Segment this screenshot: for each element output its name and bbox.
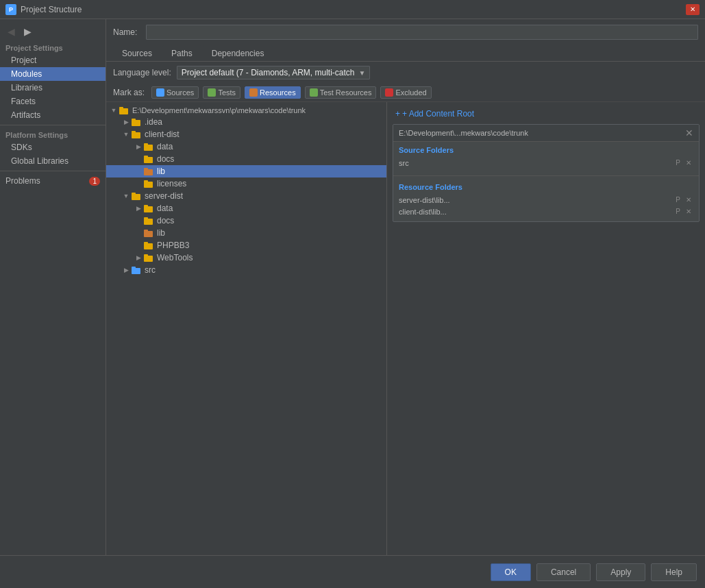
tabs-row: Sources Paths Dependencies — [106, 45, 705, 62]
dropdown-arrow-icon: ▼ — [359, 69, 366, 77]
sidebar-item-libraries[interactable]: Libraries — [0, 81, 106, 95]
svg-rect-17 — [144, 205, 148, 207]
mark-test-resources-button[interactable]: Test Resources — [305, 86, 377, 99]
source-entry-remove-button[interactable]: ✕ — [684, 158, 693, 167]
content-root-title-row: E:\Development\...mekwars\code\trunk ✕ — [393, 125, 699, 142]
source-entry-src-path: src — [399, 159, 409, 167]
mark-test-resources-label: Test Resources — [320, 88, 372, 97]
server-dist-arrow-icon: ▼ — [121, 193, 131, 199]
name-label: Name: — [113, 27, 140, 37]
svg-rect-25 — [144, 254, 148, 256]
mark-resources-button[interactable]: Resources — [245, 86, 301, 99]
tree-item-docs2[interactable]: docs — [106, 215, 386, 227]
file-tree: ▼ E:\Development\mekwarssvn\p\mekwars\co… — [106, 102, 387, 555]
lib1-folder-icon — [143, 167, 154, 175]
ok-button[interactable]: OK — [491, 563, 531, 581]
sidebar-item-global-libraries[interactable]: Global Libraries — [0, 154, 106, 168]
close-content-root-icon[interactable]: ✕ — [685, 127, 693, 138]
sidebar-item-modules[interactable]: Modules — [0, 67, 106, 81]
cancel-button[interactable]: Cancel — [536, 563, 591, 581]
content-root-header: + + Add Content Root — [393, 108, 700, 120]
test-resources-icon — [310, 88, 318, 97]
mark-tests-label: Tests — [218, 88, 236, 97]
tree-item-webtools[interactable]: ▶ WebTools — [106, 252, 386, 264]
language-level-select[interactable]: Project default (7 - Diamonds, ARM, mult… — [177, 66, 371, 79]
svg-rect-15 — [132, 193, 136, 195]
sidebar-toolbar: ◀ ▶ — [0, 22, 106, 41]
webtools-folder-icon — [143, 254, 154, 262]
right-panel: + + Add Content Root E:\Development\...m… — [387, 102, 705, 555]
apply-button[interactable]: Apply — [596, 563, 645, 581]
source-entry-src: src P ✕ — [399, 157, 693, 169]
svg-rect-19 — [144, 217, 148, 219]
sidebar-item-artifacts[interactable]: Artifacts — [0, 108, 106, 122]
idea-arrow-icon: ▶ — [121, 119, 131, 125]
root-folder-icon — [119, 106, 129, 114]
svg-rect-0 — [119, 108, 128, 114]
tree-item-lib2[interactable]: lib — [106, 227, 386, 239]
sidebar-item-problems[interactable]: Problems 1 — [0, 174, 106, 188]
tree-item-docs1[interactable]: docs — [106, 153, 386, 165]
sources-icon — [156, 88, 164, 97]
tree-item-src-label: src — [145, 265, 156, 275]
svg-rect-26 — [132, 268, 140, 274]
svg-rect-6 — [144, 145, 153, 151]
tree-item-phpbb3-label: PHPBB3 — [157, 241, 189, 250]
mark-excluded-button[interactable]: Excluded — [380, 86, 431, 99]
resource-server-edit-button[interactable]: P — [673, 195, 682, 204]
client-dist-arrow-icon: ▼ — [121, 131, 131, 138]
excluded-icon — [385, 88, 393, 97]
svg-rect-24 — [144, 256, 153, 262]
forward-button[interactable]: ▶ — [21, 25, 34, 38]
mark-sources-button[interactable]: Sources — [151, 86, 199, 99]
server-dist-folder-icon — [131, 192, 142, 200]
svg-rect-4 — [132, 132, 140, 138]
tree-item-data2-label: data — [157, 204, 173, 213]
help-button[interactable]: Help — [651, 563, 697, 581]
app-icon: P — [5, 4, 16, 15]
mark-excluded-label: Excluded — [395, 88, 426, 97]
back-button[interactable]: ◀ — [4, 25, 18, 38]
resource-client-remove-button[interactable]: ✕ — [684, 207, 693, 216]
add-content-root-button[interactable]: + + Add Content Root — [393, 108, 477, 120]
sidebar-item-project[interactable]: Project — [0, 53, 106, 67]
tree-item-idea[interactable]: ▶ .idea — [106, 116, 386, 128]
window-title: Project Structure — [21, 5, 82, 14]
tree-root[interactable]: ▼ E:\Development\mekwarssvn\p\mekwars\co… — [106, 105, 386, 116]
resource-client-edit-button[interactable]: P — [673, 207, 682, 216]
tree-item-client-dist[interactable]: ▼ client-dist — [106, 128, 386, 140]
svg-rect-11 — [144, 168, 148, 170]
close-button[interactable]: ✕ — [686, 4, 700, 15]
resource-folders-title: Resource Folders — [399, 183, 693, 191]
content-area: Name: trunk Sources Paths Dependencies L… — [106, 19, 705, 555]
tree-item-client-dist-label: client-dist — [145, 130, 180, 139]
tree-item-data2[interactable]: ▶ data — [106, 202, 386, 215]
sidebar-item-sdks[interactable]: SDKs — [0, 140, 106, 154]
resource-folders-section: Resource Folders server-dist\lib... P ✕ … — [393, 179, 699, 221]
tree-item-lib1[interactable]: lib — [106, 165, 386, 177]
tab-paths[interactable]: Paths — [162, 45, 201, 61]
resource-entry-client-path: client-dist\lib... — [399, 208, 447, 216]
tree-item-data1[interactable]: ▶ data — [106, 140, 386, 153]
data1-arrow-icon: ▶ — [134, 143, 143, 150]
mark-tests-button[interactable]: Tests — [203, 86, 240, 99]
svg-rect-9 — [144, 156, 148, 158]
tab-dependencies[interactable]: Dependencies — [203, 45, 273, 61]
tree-item-phpbb3[interactable]: PHPBB3 — [106, 239, 386, 252]
source-entry-edit-button[interactable]: P — [673, 158, 682, 167]
tree-item-docs1-label: docs — [157, 154, 174, 164]
name-input[interactable]: trunk — [146, 25, 698, 40]
add-content-root-label: + Add Content Root — [402, 109, 474, 119]
docs2-folder-icon — [143, 217, 154, 225]
tree-item-src[interactable]: ▶ src — [106, 264, 386, 276]
svg-rect-2 — [132, 120, 140, 126]
sidebar-item-facets[interactable]: Facets — [0, 95, 106, 108]
tree-item-licenses[interactable]: licenses — [106, 177, 386, 190]
idea-folder-icon — [131, 118, 142, 126]
tab-sources[interactable]: Sources — [113, 45, 161, 61]
resource-server-remove-button[interactable]: ✕ — [684, 195, 693, 204]
tree-item-server-dist[interactable]: ▼ server-dist — [106, 190, 386, 202]
svg-rect-20 — [144, 231, 153, 237]
folder-section-divider — [393, 175, 699, 176]
svg-rect-23 — [144, 242, 148, 244]
